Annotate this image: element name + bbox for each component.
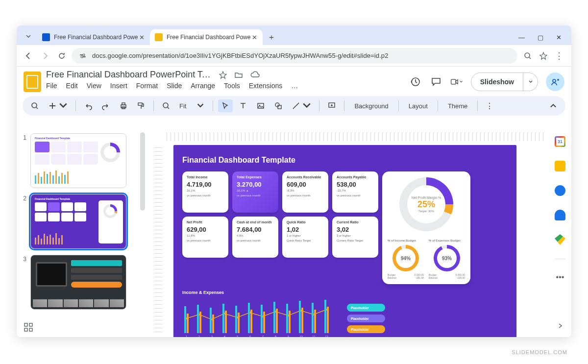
- mini-gauge: % of Expenses Budget 93% Budget5.000,00 …: [429, 239, 465, 279]
- forward-button[interactable]: [38, 49, 52, 63]
- tab-favicon: [42, 33, 50, 41]
- comments-icon[interactable]: [430, 75, 442, 88]
- select-tool[interactable]: [218, 99, 233, 112]
- menu-more[interactable]: …: [291, 82, 298, 90]
- legend-item: Placeholder: [347, 315, 385, 322]
- svg-rect-17: [278, 105, 281, 109]
- move-icon[interactable]: [234, 71, 243, 79]
- site-settings-icon[interactable]: [78, 51, 87, 60]
- image-tool[interactable]: [253, 99, 268, 112]
- svg-rect-0: [80, 54, 83, 55]
- back-button[interactable]: [22, 49, 35, 63]
- close-icon[interactable]: ✕: [556, 34, 562, 41]
- meet-icon[interactable]: [450, 75, 463, 88]
- tasks-icon[interactable]: [555, 185, 565, 196]
- url-bar-row: docs.google.com/presentation/d/1oe3Iliv1…: [17, 45, 571, 67]
- zoom-button[interactable]: [159, 99, 173, 112]
- slideshow-button[interactable]: Slideshow: [471, 73, 538, 91]
- history-icon[interactable]: [409, 75, 422, 88]
- tab-search-dropdown[interactable]: [22, 29, 35, 43]
- grid-view-button[interactable]: [24, 322, 33, 332]
- menu-view[interactable]: View: [87, 82, 101, 90]
- slide-panel: 1 Financial Dashboard Template 2 Financi…: [17, 129, 145, 337]
- menu-format[interactable]: Format: [136, 82, 158, 90]
- svg-rect-19: [24, 323, 27, 326]
- minimize-icon[interactable]: —: [518, 34, 525, 41]
- metric-card: Accounts Payable538,00-15,7%vs previous …: [332, 171, 378, 213]
- menu-bar: File Edit View Insert Format Slide Arran…: [46, 82, 404, 90]
- slide-thumbnail[interactable]: 3: [21, 255, 145, 310]
- address-bar[interactable]: docs.google.com/presentation/d/1oe3Iliv1…: [72, 48, 517, 64]
- line-tool[interactable]: [289, 99, 314, 112]
- new-slide-button[interactable]: [45, 99, 71, 112]
- new-tab-button[interactable]: ＋: [265, 30, 278, 44]
- browser-tab-inactive[interactable]: Free Financial Dashboard Powe ✕: [37, 29, 150, 45]
- window-controls: — ▢ ✕: [512, 34, 568, 45]
- close-icon[interactable]: ✕: [138, 34, 145, 41]
- svg-rect-14: [258, 103, 264, 108]
- slideshow-label: Slideshow: [471, 78, 523, 86]
- redo-button[interactable]: [98, 99, 113, 112]
- star-icon[interactable]: [219, 71, 227, 79]
- slideshow-dropdown[interactable]: [523, 73, 538, 91]
- menu-edit[interactable]: Edit: [66, 82, 78, 90]
- menu-arrange[interactable]: Arrange: [191, 82, 215, 90]
- calendar-icon[interactable]: 31: [555, 136, 565, 147]
- print-button[interactable]: [116, 99, 131, 112]
- menu-file[interactable]: File: [46, 82, 57, 90]
- zoom-level[interactable]: Fit: [176, 99, 208, 112]
- maps-icon[interactable]: [555, 234, 565, 245]
- more-tools[interactable]: ⋮: [483, 99, 496, 113]
- tab-strip: Free Financial Dashboard Powe ✕ Free Fin…: [17, 25, 571, 45]
- legend-item: Placeholder: [347, 304, 385, 312]
- undo-button[interactable]: [81, 99, 96, 112]
- svg-point-16: [275, 103, 279, 107]
- metric-card: Total Expenses3.270,0018,1% ▲vs previous…: [232, 171, 278, 213]
- reload-button[interactable]: [55, 49, 69, 63]
- menu-slide[interactable]: Slide: [167, 82, 182, 90]
- search-menus-button[interactable]: [27, 99, 42, 112]
- slide-title: Financial Dashboard Template: [182, 156, 508, 165]
- chart-title: Income & Expenses: [182, 290, 224, 295]
- chart-legend: PlaceholderPlaceholderPlaceholder: [347, 304, 385, 333]
- shape-tool[interactable]: [271, 99, 286, 112]
- bookmark-icon[interactable]: [539, 51, 548, 60]
- cloud-status-icon[interactable]: [250, 71, 260, 79]
- svg-point-3: [81, 56, 83, 58]
- menu-insert[interactable]: Insert: [110, 82, 127, 90]
- slide-thumbnail[interactable]: 2 Financial Dashboard Template: [21, 194, 145, 249]
- comment-tool[interactable]: [324, 99, 339, 112]
- document-title[interactable]: Free Financial Dashboard PowerPoint Tem.…: [46, 70, 213, 80]
- collapse-toolbar[interactable]: [546, 99, 561, 112]
- layout-option[interactable]: Layout: [404, 102, 433, 110]
- urlbar-actions: ⋮: [520, 51, 566, 60]
- svg-point-13: [163, 103, 168, 108]
- tab-title: Free Financial Dashboard Powe: [54, 34, 138, 41]
- paint-format-button[interactable]: [134, 99, 148, 112]
- share-button[interactable]: [546, 73, 564, 91]
- zoom-icon[interactable]: [523, 51, 532, 60]
- contacts-icon[interactable]: [555, 210, 565, 220]
- tab-title: Free Financial Dashboard Powe: [167, 34, 251, 41]
- svg-point-2: [83, 54, 85, 56]
- chevron-down-icon: [59, 101, 68, 110]
- more-addons-icon[interactable]: •••: [556, 273, 564, 282]
- slide-thumbnail[interactable]: 1 Financial Dashboard Template: [21, 133, 145, 188]
- metric-card: Cash at end of month7.684,004,9%vs previ…: [232, 217, 278, 258]
- slide-content[interactable]: Financial Dashboard Template Total Incom…: [173, 145, 516, 337]
- canvas[interactable]: Financial Dashboard Template Total Incom…: [145, 129, 549, 337]
- textbox-tool[interactable]: [236, 99, 250, 112]
- scrollbar[interactable]: [140, 132, 145, 211]
- theme-option[interactable]: Theme: [443, 102, 472, 110]
- ruler-horizontal: [167, 132, 545, 141]
- maximize-icon[interactable]: ▢: [538, 34, 543, 41]
- background-option[interactable]: Background: [349, 102, 393, 110]
- close-icon[interactable]: ✕: [251, 34, 258, 41]
- more-icon[interactable]: ⋮: [555, 51, 564, 60]
- menu-tools[interactable]: Tools: [224, 82, 240, 90]
- menu-extensions[interactable]: Extensions: [249, 82, 282, 90]
- browser-tab-active[interactable]: Free Financial Dashboard Powe ✕: [150, 29, 263, 45]
- keep-icon[interactable]: [555, 161, 565, 171]
- hide-panel-button[interactable]: [557, 322, 564, 329]
- slides-logo-icon[interactable]: [24, 72, 41, 92]
